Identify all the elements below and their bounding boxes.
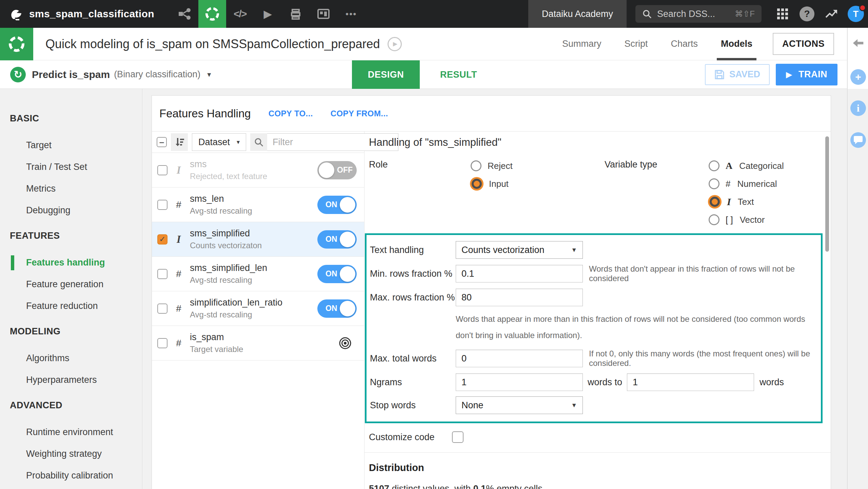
section-title-features: FEATURES (10, 231, 142, 241)
role-option-label: Input (489, 179, 509, 189)
stop-words-select[interactable]: None ▼ (456, 396, 583, 414)
radio-unchecked-icon[interactable] (709, 160, 719, 171)
apps-grid-icon[interactable] (770, 0, 795, 28)
task-title[interactable]: Predict is_spam (32, 69, 110, 80)
play-icon[interactable]: ▶ (254, 0, 282, 28)
train-button[interactable]: ▶ TRAIN (776, 64, 837, 85)
ngrams-from-input[interactable] (456, 373, 583, 391)
stat-mid: distinct values, with (389, 484, 473, 489)
max-rows-input[interactable] (456, 289, 583, 306)
tab-script[interactable]: Script (613, 28, 659, 60)
dataset-selector[interactable]: Dataset ▾ (192, 133, 246, 151)
text-handling-select[interactable]: Counts vectorization ▼ (456, 241, 583, 259)
more-icon[interactable]: ••• (337, 0, 365, 28)
vertical-scrollbar[interactable] (825, 136, 829, 252)
search-input[interactable]: Search DSS... ⌘⇧F (635, 5, 762, 23)
sidebar-item-hyperparameters[interactable]: Hyperparameters (26, 375, 142, 385)
feature-toggle[interactable]: ON (317, 299, 357, 318)
sidebar-item-feature-reduction[interactable]: Feature reduction (26, 301, 142, 311)
feature-toggle[interactable]: ON (317, 265, 357, 283)
row-checkbox[interactable]: ✓ (157, 234, 167, 244)
radio-checked-icon[interactable] (472, 179, 482, 189)
sidebar-item-debugging[interactable]: Debugging (26, 205, 142, 216)
sidebar-item-weighting-strategy[interactable]: Weighting strategy (26, 449, 142, 459)
type-option-text[interactable]: I Text (709, 195, 784, 208)
feature-toggle[interactable]: ON (317, 230, 357, 249)
jobs-icon[interactable] (282, 0, 310, 28)
feature-row-is-spam[interactable]: # is_spam Target variable (152, 326, 364, 360)
feature-name: sms (190, 159, 312, 170)
notification-dot (859, 4, 866, 11)
feature-row-simplification-len-ratio[interactable]: # simplification_len_ratio Avg-std resca… (152, 291, 364, 326)
feature-row-sms-simplified-len[interactable]: # sms_simplified_len Avg-std rescaling O… (152, 257, 364, 291)
info-panel-icon[interactable]: i (850, 100, 866, 116)
sidebar-item-probability-calibration[interactable]: Probability calibration (26, 470, 142, 481)
project-name[interactable]: sms_spam_classification (29, 8, 171, 20)
radio-unchecked-icon[interactable] (709, 214, 719, 225)
numeric-type-icon: # (173, 269, 184, 279)
radio-checked-icon[interactable] (710, 197, 720, 207)
role-option-reject[interactable]: Reject (471, 159, 605, 172)
feature-toggle[interactable]: ON (317, 196, 357, 214)
tab-design[interactable]: DESIGN (352, 60, 420, 89)
copy-from-link[interactable]: COPY FROM... (331, 109, 388, 118)
max-words-input[interactable] (456, 350, 583, 367)
feature-row-sms[interactable]: I sms Rejected, text feature OFF (152, 153, 364, 188)
type-option-label: Numerical (737, 179, 777, 189)
add-panel-icon[interactable]: + (850, 69, 866, 85)
select-all-checkbox[interactable]: – (157, 137, 167, 147)
copy-to-link[interactable]: COPY TO... (269, 109, 313, 118)
section-advanced-list: Runtime environment Weighting strategy P… (10, 427, 142, 481)
type-option-categorical[interactable]: A Categorical (709, 159, 784, 172)
lab-icon[interactable] (198, 0, 226, 28)
sidebar-item-target[interactable]: Target (26, 140, 142, 151)
saved-button[interactable]: SAVED (705, 64, 770, 85)
role-option-input[interactable]: Input (471, 177, 605, 190)
tab-models[interactable]: Models (709, 28, 764, 60)
dashboard-icon[interactable] (310, 0, 337, 28)
sidebar-item-train-test-set[interactable]: Train / Test Set (26, 162, 142, 172)
row-checkbox[interactable] (157, 338, 167, 348)
collapse-panel-icon[interactable] (851, 36, 865, 50)
type-option-numerical[interactable]: # Numerical (709, 177, 784, 190)
save-icon (714, 70, 725, 80)
actions-button[interactable]: ACTIONS (773, 33, 834, 55)
radio-unchecked-icon[interactable] (471, 160, 481, 171)
customize-code-checkbox[interactable] (452, 431, 463, 443)
sidebar-item-algorithms[interactable]: Algorithms (26, 353, 142, 364)
sidebar-item-feature-generation[interactable]: Feature generation (26, 279, 142, 290)
right-rail: + i (847, 28, 868, 489)
empty-pct: 0.1 (473, 484, 486, 489)
row-checkbox[interactable] (157, 200, 167, 210)
min-rows-input[interactable] (456, 265, 583, 282)
dataiku-academy-tab[interactable]: Dataiku Academy (528, 0, 627, 28)
ngrams-to-input[interactable] (627, 373, 754, 391)
chevron-down-icon[interactable]: ▾ (207, 70, 211, 79)
type-option-vector[interactable]: [ ] Vector (709, 213, 784, 226)
sidebar-item-metrics[interactable]: Metrics (26, 183, 142, 194)
row-checkbox[interactable] (157, 165, 167, 175)
row-checkbox[interactable] (157, 304, 167, 314)
main-area: BASIC Target Train / Test Set Metrics De… (0, 89, 847, 489)
role-option-label: Reject (488, 161, 513, 171)
sort-icon[interactable] (171, 133, 188, 151)
sidebar-item-runtime-environment[interactable]: Runtime environment (26, 427, 142, 437)
sidebar-item-features-handling[interactable]: Features handling (26, 257, 142, 268)
tab-result[interactable]: RESULT (430, 60, 487, 89)
row-checkbox[interactable] (157, 269, 167, 279)
lab-tile-icon[interactable] (0, 28, 33, 60)
chat-panel-icon[interactable] (850, 132, 866, 148)
feature-row-sms-simplified[interactable]: ✓ I sms_simplified Counts vectorizaton O… (152, 222, 364, 257)
dataiku-logo[interactable] (0, 0, 29, 28)
flow-icon[interactable] (171, 0, 198, 28)
user-avatar[interactable]: T (844, 0, 868, 28)
trending-icon[interactable] (819, 0, 844, 28)
radio-unchecked-icon[interactable] (709, 178, 719, 189)
tab-charts[interactable]: Charts (659, 28, 709, 60)
code-icon[interactable]: </> (226, 0, 254, 28)
deploy-icon[interactable]: ▶ (388, 37, 402, 51)
help-icon[interactable]: ? (795, 0, 819, 28)
tab-summary[interactable]: Summary (551, 28, 613, 60)
feature-toggle[interactable]: OFF (317, 161, 357, 179)
feature-row-sms-len[interactable]: # sms_len Avg-std rescaling ON (152, 188, 364, 222)
